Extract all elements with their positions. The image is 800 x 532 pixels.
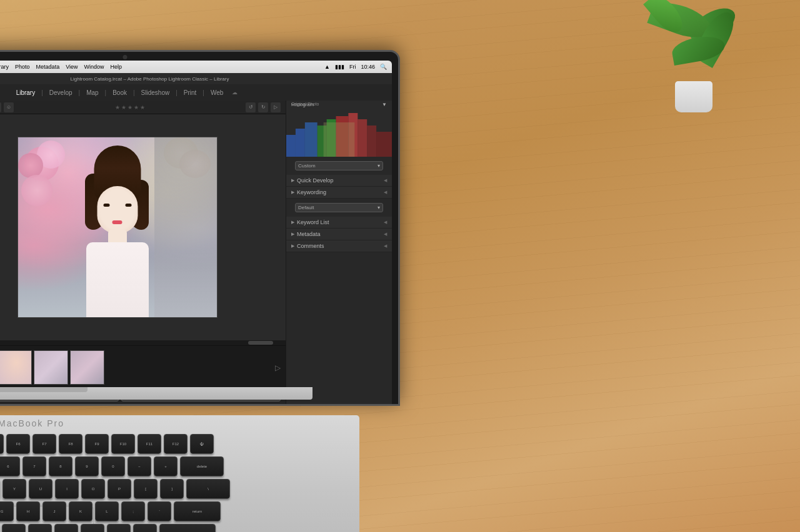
module-develop[interactable]: Develop <box>46 88 76 97</box>
module-library[interactable]: Library <box>12 88 39 97</box>
key-j[interactable]: J <box>42 501 66 521</box>
key-i[interactable]: I <box>55 479 79 499</box>
key-o[interactable]: O <box>81 479 105 499</box>
key-f11[interactable]: F11 <box>138 434 161 454</box>
key-row-numbers: ` 1 2 3 4 5 6 7 8 9 0 − + delete <box>0 456 328 476</box>
macbook-base-bar <box>0 387 312 400</box>
key-f6[interactable]: F6 <box>6 434 30 454</box>
filmstrip: ◁ <box>0 345 286 389</box>
menu-library[interactable]: Library <box>0 64 9 71</box>
key-lbracket[interactable]: [ <box>134 479 158 499</box>
spotlight-icon[interactable]: 🔍 <box>380 64 387 70</box>
key-comma[interactable]: , <box>81 524 104 532</box>
key-rbracket[interactable]: ] <box>160 479 184 499</box>
scrollbar-thumb[interactable] <box>248 341 273 345</box>
right-panel: Histogram ▼ <box>286 101 392 404</box>
screen-bezel: 🍎 Lightroom Classic File Edit Library Ph… <box>0 50 400 406</box>
key-p[interactable]: P <box>108 479 131 499</box>
key-slash[interactable]: / <box>133 524 157 532</box>
leaf-5 <box>670 33 726 66</box>
module-slideshow[interactable]: Slideshow <box>138 88 174 97</box>
key-f12[interactable]: F12 <box>164 434 188 454</box>
menu-help[interactable]: Help <box>111 64 122 71</box>
default-selector-arrow: ▾ <box>378 205 380 210</box>
cloud-icon: ☁ <box>232 89 238 96</box>
star-1[interactable]: ★ <box>115 104 120 111</box>
custom-selector[interactable]: Custom ▾ <box>295 161 383 170</box>
filmstrip-scrollbar[interactable] <box>0 340 286 345</box>
filmstrip-thumb-3[interactable] <box>34 350 68 385</box>
svg-rect-7 <box>358 119 367 157</box>
clock: Fri <box>349 64 356 70</box>
key-0[interactable]: 0 <box>101 456 125 476</box>
menu-window[interactable]: Window <box>84 64 104 71</box>
survey-view-btn[interactable]: ⊟ <box>0 102 1 112</box>
menu-photo[interactable]: Photo <box>15 64 30 71</box>
flower-4 <box>21 175 52 206</box>
comments-row[interactable]: Comments ◀ <box>286 240 392 252</box>
histogram-label: Histogram <box>291 102 314 107</box>
people-view-btn[interactable]: ☺ <box>4 102 14 112</box>
metadata-row[interactable]: Metadata ◀ <box>286 229 392 240</box>
histogram-arrow[interactable]: ▼ <box>382 102 387 107</box>
star-3[interactable]: ★ <box>128 104 132 111</box>
key-period[interactable]: . <box>107 524 131 532</box>
right-eye <box>125 204 131 207</box>
key-f7[interactable]: F7 <box>32 434 56 454</box>
default-selector[interactable]: Default ▾ <box>295 203 383 212</box>
keyboard: esc F1 F2 F3 F4 F5 F6 F7 F8 F9 F10 F11 F… <box>0 434 328 532</box>
key-u[interactable]: U <box>29 479 52 499</box>
key-f5[interactable]: F5 <box>0 434 4 454</box>
module-print[interactable]: Print <box>180 88 201 97</box>
lr-titlebar: LrC Kiều Trường Lightroom Catalog.lrcat … <box>0 73 392 84</box>
filmstrip-thumb-2[interactable] <box>0 350 32 385</box>
key-9[interactable]: 9 <box>75 456 99 476</box>
key-m[interactable]: M <box>54 524 78 532</box>
star-4[interactable]: ★ <box>134 104 139 111</box>
key-f8[interactable]: F8 <box>59 434 82 454</box>
key-n[interactable]: N <box>28 524 52 532</box>
module-book[interactable]: Book <box>109 88 131 97</box>
key-backslash[interactable]: \ <box>186 479 230 499</box>
key-power[interactable]: ⏻ <box>190 434 214 454</box>
key-shift-right[interactable]: shift <box>159 524 216 532</box>
key-semicolon[interactable]: ; <box>121 501 145 521</box>
menu-metadata[interactable]: Metadata <box>36 64 60 71</box>
key-8[interactable]: 8 <box>49 456 72 476</box>
key-y[interactable]: Y <box>2 479 26 499</box>
rotate-left-btn[interactable]: ↺ <box>246 102 256 112</box>
key-6[interactable]: 6 <box>0 456 20 476</box>
key-h[interactable]: H <box>16 501 40 521</box>
key-row-fn: esc F1 F2 F3 F4 F5 F6 F7 F8 F9 F10 F11 F… <box>0 434 328 454</box>
key-b[interactable]: B <box>2 524 26 532</box>
slideshow-btn[interactable]: ▷ <box>271 102 281 112</box>
key-minus[interactable]: − <box>128 456 151 476</box>
star-2[interactable]: ★ <box>121 104 126 111</box>
key-quote[interactable]: ' <box>148 501 171 521</box>
plant-decoration <box>625 0 750 112</box>
keyword-list-row[interactable]: Keyword List ◀ <box>286 217 392 229</box>
module-web[interactable]: Web <box>207 88 227 97</box>
key-g[interactable]: G <box>0 501 14 521</box>
key-delete[interactable]: delete <box>180 456 224 476</box>
key-equals[interactable]: + <box>154 456 178 476</box>
menu-view[interactable]: View <box>66 64 78 71</box>
module-map[interactable]: Map <box>82 88 102 97</box>
screen-display: 🍎 Lightroom Classic File Edit Library Ph… <box>0 61 392 404</box>
key-l[interactable]: L <box>95 501 119 521</box>
comments-arrow: ◀ <box>384 244 387 249</box>
key-return[interactable]: return <box>174 501 221 521</box>
rotate-right-btn[interactable]: ↻ <box>258 102 268 112</box>
selector-arrow: ▾ <box>378 163 380 169</box>
filmstrip-thumb-4[interactable] <box>70 350 104 385</box>
star-5[interactable]: ★ <box>140 104 145 111</box>
quick-develop-row[interactable]: Quick Develop ◀ <box>286 175 392 187</box>
keyboard-area: MacBook Pro esc F1 F2 F3 F4 F5 F6 F7 F8 … <box>0 415 359 532</box>
key-7[interactable]: 7 <box>22 456 46 476</box>
svg-rect-10 <box>324 122 355 157</box>
filmstrip-right-arrow[interactable]: ▷ <box>275 363 281 372</box>
key-f10[interactable]: F10 <box>111 434 135 454</box>
key-k[interactable]: K <box>69 501 92 521</box>
keywording-row[interactable]: Keywording ◀ <box>286 187 392 199</box>
key-f9[interactable]: F9 <box>85 434 109 454</box>
